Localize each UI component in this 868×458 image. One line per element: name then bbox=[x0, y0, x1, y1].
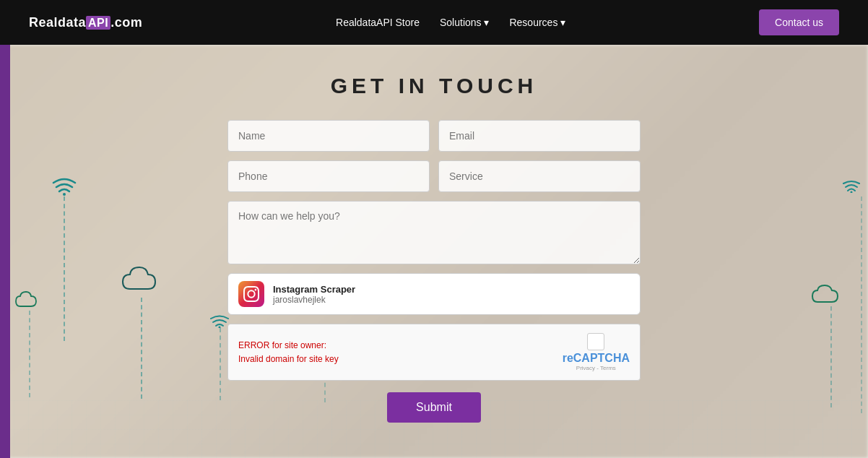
message-textarea[interactable] bbox=[227, 201, 641, 264]
page-title: GET IN TOUCH bbox=[331, 74, 537, 98]
instagram-card: Instagram Scraper jaroslavhejlek bbox=[227, 273, 641, 315]
recaptcha-brand-text: reCAPTCHA bbox=[563, 352, 630, 365]
nav-solutions[interactable]: Solutions ▾ bbox=[440, 17, 489, 28]
submit-button[interactable]: Submit bbox=[387, 392, 481, 423]
logo: RealdataAPI.com bbox=[29, 15, 142, 30]
recaptcha-widget[interactable]: ERROR for site owner: Invalid domain for… bbox=[227, 324, 641, 381]
captcha-checkbox[interactable] bbox=[587, 333, 604, 350]
captcha-error-line2: Invalid domain for site key bbox=[238, 353, 339, 366]
submit-row: Submit bbox=[227, 389, 641, 423]
contact-button[interactable]: Contact us bbox=[759, 9, 839, 35]
captcha-right-section: reCAPTCHA Privacy - Terms bbox=[563, 333, 630, 371]
captcha-checkbox-area bbox=[587, 333, 604, 350]
nav-links: RealdataAPI Store Solutions ▾ Resources … bbox=[336, 17, 565, 28]
navbar: RealdataAPI.com RealdataAPI Store Soluti… bbox=[0, 0, 868, 45]
form-container: GET IN TOUCH bbox=[0, 45, 868, 423]
service-input[interactable] bbox=[438, 160, 641, 192]
main-area: GET IN TOUCH bbox=[0, 45, 868, 458]
name-input[interactable] bbox=[227, 120, 430, 152]
contact-form: Instagram Scraper jaroslavhejlek ERROR f… bbox=[227, 120, 641, 423]
nav-resources[interactable]: Resources ▾ bbox=[509, 17, 565, 28]
captcha-error-line1: ERROR for site owner: bbox=[238, 340, 339, 352]
nav-store[interactable]: RealdataAPI Store bbox=[336, 17, 420, 28]
captcha-error-text: ERROR for site owner: Invalid domain for… bbox=[238, 340, 339, 366]
instagram-username: jaroslavhejlek bbox=[273, 295, 355, 305]
logo-api: API bbox=[86, 16, 110, 30]
phone-input[interactable] bbox=[227, 160, 430, 192]
instagram-info: Instagram Scraper jaroslavhejlek bbox=[273, 284, 355, 305]
form-row-1 bbox=[227, 120, 641, 152]
captcha-privacy-links: Privacy - Terms bbox=[576, 365, 616, 371]
logo-domain: .com bbox=[110, 15, 142, 30]
instagram-title: Instagram Scraper bbox=[273, 284, 355, 295]
recaptcha-logo: reCAPTCHA Privacy - Terms bbox=[563, 352, 630, 371]
form-row-2 bbox=[227, 160, 641, 192]
email-input[interactable] bbox=[438, 120, 641, 152]
instagram-icon bbox=[238, 281, 264, 307]
